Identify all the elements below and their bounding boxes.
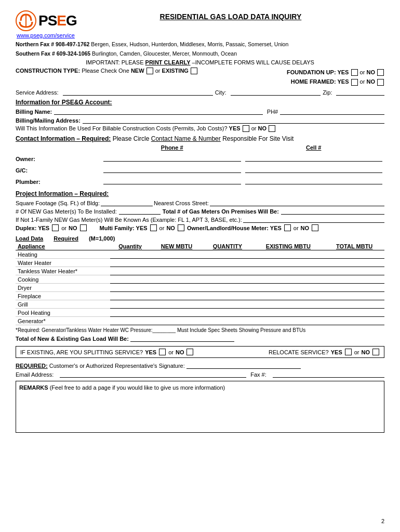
gc-label: G/C: (16, 167, 101, 174)
home-framed-yes-checkbox[interactable] (351, 79, 358, 86)
value-cell[interactable] (203, 250, 252, 259)
ph-field[interactable] (280, 108, 384, 115)
value-cell[interactable] (252, 309, 324, 317)
value-cell[interactable] (203, 292, 252, 300)
value-cell[interactable] (110, 284, 151, 292)
value-cell[interactable] (203, 300, 252, 309)
plumber-phone-field[interactable] (103, 176, 241, 184)
value-cell[interactable] (252, 292, 324, 300)
gc-cell-field[interactable] (245, 165, 383, 173)
value-cell[interactable] (110, 267, 151, 275)
service-address-label: Service Address: (16, 89, 59, 96)
plumber-label: Plumber: (16, 179, 101, 185)
required-note: *Required: Generator/Tankless Water Heat… (16, 327, 384, 333)
value-cell[interactable] (110, 300, 151, 309)
plumber-cell-field[interactable] (245, 176, 383, 184)
gc-phone-field[interactable] (103, 165, 241, 173)
multi-no-checkbox[interactable] (178, 224, 184, 231)
value-cell[interactable] (203, 259, 252, 267)
relocate-no-checkbox[interactable] (372, 349, 379, 355)
value-cell[interactable] (324, 250, 384, 259)
new-checkbox[interactable] (146, 68, 153, 74)
load-table: Appliance Quantity NEW MBTU QUANTITY EXI… (16, 243, 384, 325)
appliance-name: Tankless Water Heater* (16, 267, 110, 275)
value-cell[interactable] (150, 267, 203, 275)
value-cell[interactable] (110, 275, 151, 284)
value-cell[interactable] (252, 300, 324, 309)
owner-no-checkbox[interactable] (312, 224, 318, 231)
sq-ft-field[interactable] (101, 200, 153, 206)
owner-cell-field[interactable] (245, 153, 383, 162)
value-cell[interactable] (324, 309, 384, 317)
new-meters-field[interactable] (119, 208, 161, 215)
service-address-field[interactable] (63, 88, 213, 96)
owner-phone-field[interactable] (103, 153, 241, 162)
value-cell[interactable] (110, 259, 151, 267)
value-cell[interactable] (203, 284, 252, 292)
billing-address-field[interactable] (83, 116, 384, 124)
value-cell[interactable] (150, 250, 203, 259)
value-cell[interactable] (150, 317, 203, 325)
splitting-no-checkbox[interactable] (186, 349, 193, 355)
logo-box: PSEG (16, 10, 77, 31)
value-cell[interactable] (252, 267, 324, 275)
value-cell[interactable] (203, 267, 252, 275)
website-link[interactable]: www.pseg.com/service (17, 32, 75, 38)
zip-field[interactable] (336, 88, 384, 96)
value-cell[interactable] (110, 309, 151, 317)
duplex-yes-checkbox[interactable] (52, 224, 59, 231)
fax-field[interactable] (273, 370, 384, 378)
duplex-no-checkbox[interactable] (80, 224, 87, 231)
value-cell[interactable] (252, 250, 324, 259)
value-cell[interactable] (150, 292, 203, 300)
value-cell[interactable] (324, 284, 384, 292)
value-cell[interactable] (252, 284, 324, 292)
value-cell[interactable] (252, 317, 324, 325)
col-new-mbtu: NEW MBTU (150, 243, 203, 250)
value-cell[interactable] (110, 317, 151, 325)
relocate-yes-checkbox[interactable] (345, 349, 352, 355)
total-gas-field[interactable] (130, 335, 234, 342)
value-cell[interactable] (150, 309, 203, 317)
value-cell[interactable] (252, 259, 324, 267)
splitting-row: IF EXISTING, ARE YOU SPLITTING SERVICE? … (16, 346, 384, 358)
value-cell[interactable] (252, 275, 324, 284)
value-cell[interactable] (324, 259, 384, 267)
contact-cell-header: Cell # (243, 144, 385, 152)
city-field[interactable] (231, 88, 321, 96)
value-cell[interactable] (150, 275, 203, 284)
value-cell[interactable] (150, 259, 203, 267)
multi-yes-checkbox[interactable] (150, 224, 157, 231)
email-fax-row: Email Address: Fax #: (16, 370, 384, 378)
value-cell[interactable] (324, 292, 384, 300)
billable-yes-checkbox[interactable] (243, 125, 249, 132)
value-cell[interactable] (324, 300, 384, 309)
foundation-yes-checkbox[interactable] (351, 69, 358, 76)
meter-known-as-field[interactable] (243, 216, 384, 223)
value-cell[interactable] (150, 284, 203, 292)
owner-yes-checkbox[interactable] (284, 224, 291, 231)
value-cell[interactable] (110, 292, 151, 300)
billable-no-checkbox[interactable] (269, 125, 275, 132)
cross-street-field[interactable] (210, 200, 384, 206)
project-heading: Project Information – Required: (16, 190, 384, 197)
billing-name-field[interactable] (54, 108, 263, 115)
value-cell[interactable] (203, 309, 252, 317)
email-field[interactable] (60, 370, 246, 378)
value-cell[interactable] (324, 275, 384, 284)
value-cell[interactable] (203, 317, 252, 325)
meters-row: # Of NEW Gas Meter(s) To Be Installed: T… (16, 208, 384, 215)
existing-checkbox[interactable] (191, 68, 197, 74)
value-cell[interactable] (150, 300, 203, 309)
appliance-name: Water Heater (16, 259, 110, 267)
value-cell[interactable] (324, 267, 384, 275)
home-framed-no-checkbox[interactable] (377, 79, 384, 86)
value-cell[interactable] (110, 250, 151, 259)
foundation-no-checkbox[interactable] (377, 69, 384, 76)
splitting-yes-checkbox[interactable] (159, 349, 166, 355)
total-meters-field[interactable] (281, 208, 384, 215)
table-row: Heating (16, 250, 384, 259)
value-cell[interactable] (203, 275, 252, 284)
value-cell[interactable] (324, 317, 384, 325)
signature-field[interactable] (186, 362, 301, 369)
